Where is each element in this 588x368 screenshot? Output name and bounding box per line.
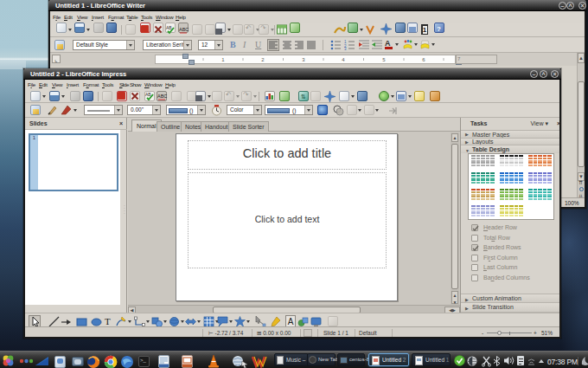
svg-text:3: 3 [302,57,305,62]
svg-text:4: 4 [342,57,345,62]
svg-text:1: 1 [221,57,225,62]
svg-text:6: 6 [422,57,425,62]
svg-text:3: 3 [344,47,347,51]
svg-text:2: 2 [261,57,265,62]
svg-text:ABC: ABC [157,94,167,99]
svg-text:ABC: ABC [179,27,189,32]
svg-text:5: 5 [382,57,386,62]
